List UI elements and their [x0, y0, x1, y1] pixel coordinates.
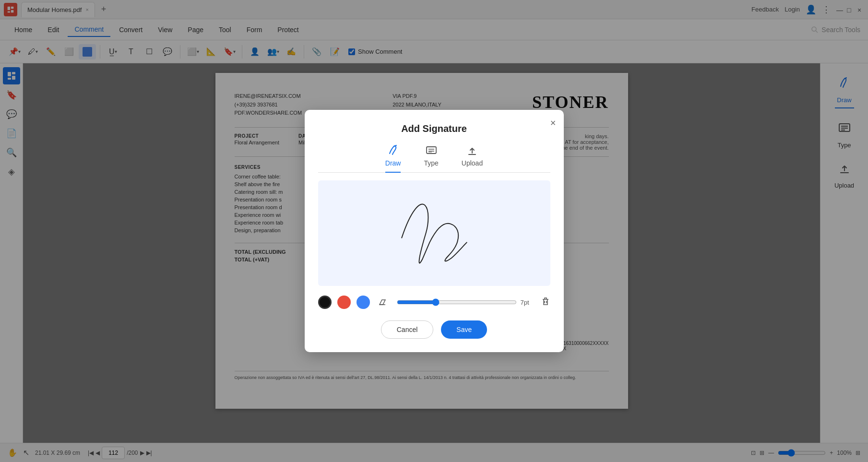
modal-tabs: Draw Type Upload — [318, 144, 550, 173]
type-tab-icon — [425, 144, 438, 156]
draw-tab-icon — [387, 144, 399, 156]
cancel-btn[interactable]: Cancel — [381, 320, 434, 339]
modal-tab-draw[interactable]: Draw — [385, 144, 401, 173]
draw-canvas[interactable] — [318, 180, 550, 286]
save-btn[interactable]: Save — [441, 320, 487, 339]
color-black-btn[interactable] — [318, 296, 332, 309]
svg-rect-14 — [427, 147, 436, 154]
add-signature-modal: Add Signature × Draw Type — [305, 110, 564, 352]
color-blue-btn[interactable] — [357, 296, 370, 309]
signature-drawing — [318, 180, 550, 286]
upload-tab-icon — [466, 144, 478, 156]
color-tools-row: 7pt — [318, 294, 550, 311]
eraser-btn[interactable] — [376, 296, 389, 309]
modal-tab-type[interactable]: Type — [424, 144, 438, 173]
modal-close-btn[interactable]: × — [550, 118, 556, 129]
modal-title: Add Signature — [318, 123, 550, 134]
draw-tab-label: Draw — [385, 159, 401, 167]
size-slider-wrap: 7pt — [397, 298, 535, 306]
upload-tab-label: Upload — [462, 159, 483, 167]
clear-drawing-btn[interactable] — [541, 296, 550, 308]
stroke-size-slider[interactable] — [397, 298, 517, 306]
modal-action-btns: Cancel Save — [318, 320, 550, 339]
color-red-btn[interactable] — [337, 296, 351, 309]
stroke-size-label: 7pt — [521, 299, 535, 306]
type-tab-label: Type — [424, 159, 438, 167]
modal-overlay: Add Signature × Draw Type — [0, 0, 868, 462]
modal-tab-upload[interactable]: Upload — [462, 144, 483, 173]
